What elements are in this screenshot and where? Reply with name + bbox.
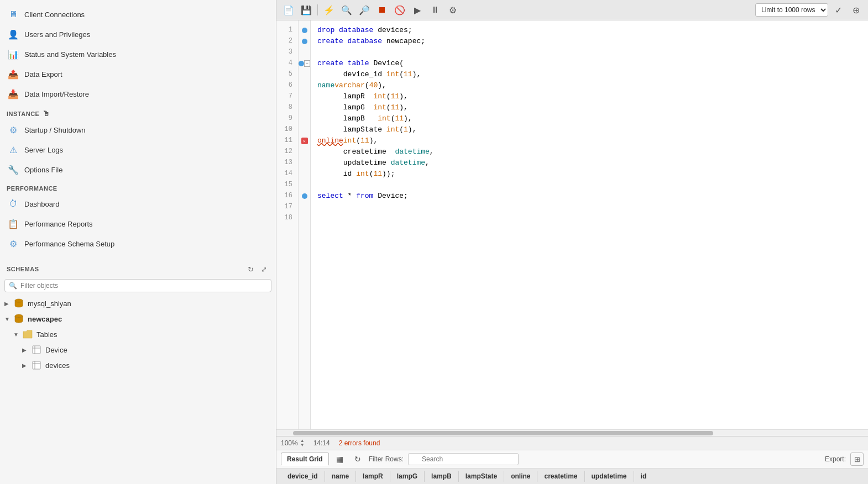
sidebar-item-dashboard[interactable]: ⏱Dashboard [0, 194, 276, 214]
gutter-cell-10 [299, 124, 310, 135]
refresh-schemas-button[interactable]: ↻ [245, 264, 256, 275]
filter-rows-label: Filter Rows: [369, 455, 404, 463]
result-grid-icon-button[interactable]: ▦ [333, 453, 347, 466]
h-scroll-thumb[interactable] [293, 431, 713, 435]
code-line-11: online int(11), [317, 135, 861, 146]
search-wrapper: 🔍 [408, 453, 519, 465]
search-replace-button[interactable]: 🔎 [357, 2, 372, 18]
dot-blue-4 [299, 61, 304, 66]
data-import-restore-label: Data Import/Restore [24, 90, 89, 98]
back-button[interactable]: ▶ [410, 2, 425, 18]
stop-button[interactable]: ⏹ [374, 2, 390, 18]
line-number-18: 18 [279, 213, 296, 224]
sidebar-item-options-file[interactable]: 🔧Options File [0, 160, 276, 180]
col-header-lampG: lampG [390, 471, 425, 482]
line-number-13: 13 [279, 157, 296, 169]
filter-objects-input[interactable] [4, 279, 271, 292]
gutter: − [299, 20, 311, 429]
filter-box: 🔍 [4, 279, 271, 292]
save-button[interactable]: 💾 [299, 2, 314, 18]
result-search-input[interactable] [408, 453, 519, 465]
svg-point-1 [15, 314, 23, 318]
zoom-arrows[interactable]: ▲▼ [300, 439, 305, 448]
schemas-title: SCHEMAS [7, 266, 39, 272]
result-columns: device_idnamelampRlampGlampBlampStateonl… [276, 468, 868, 484]
code-line-8: lampG int(11), [317, 102, 861, 113]
gutter-cell-4: − [299, 58, 310, 69]
code-editor: 123456789101112131415161718 − drop datab… [276, 20, 868, 429]
code-line-18 [317, 213, 861, 224]
sidebar-item-data-import-restore[interactable]: 📥Data Import/Restore [0, 84, 276, 104]
horizontal-scrollbar[interactable] [276, 429, 868, 436]
db-icon-newcapec [13, 313, 24, 324]
svg-point-0 [15, 299, 23, 302]
status-and-system-variables-label: Status and System Variables [24, 50, 116, 59]
instance-section-header: INSTANCE 🖱 [0, 104, 276, 120]
sidebar-item-client-connections[interactable]: 🖥Client Connections [0, 4, 276, 24]
result-grid-tab[interactable]: Result Grid [281, 453, 329, 466]
forward-button[interactable]: ⏸ [427, 2, 443, 18]
line-number-14: 14 [279, 169, 296, 180]
dot-red-11 [301, 138, 308, 144]
dot-blue-1 [302, 28, 307, 33]
toolbar-separator [317, 4, 318, 15]
gutter-cell-3 [299, 47, 310, 58]
col-header-updatetime: updatetime [585, 471, 634, 482]
line-number-1: 1 [279, 25, 296, 36]
export-button[interactable]: ⊞ [850, 453, 864, 466]
fold-icon-4[interactable]: − [304, 60, 311, 67]
sidebar-item-performance-reports[interactable]: 📋Performance Reports [0, 214, 276, 234]
limit-toggle-button[interactable]: ✓ [830, 2, 846, 18]
line-number-16: 16 [279, 191, 296, 202]
new-query-button[interactable]: 📄 [281, 2, 296, 18]
code-line-7: lampR int(11), [317, 91, 861, 102]
dashboard-icon: ⏱ [7, 197, 20, 211]
status-zoom: 100% ▲▼ [281, 439, 305, 448]
gutter-cell-14 [299, 169, 310, 180]
schema-tree: ▶ mysql_shiyan▼ newcapec▼ [0, 296, 276, 484]
sidebar-item-performance-schema-setup[interactable]: ⚙Performance Schema Setup [0, 234, 276, 254]
line-number-2: 2 [279, 36, 296, 47]
schema-group-tables[interactable]: ▼ Tables [0, 327, 276, 342]
svg-rect-5 [33, 361, 40, 369]
explain-button[interactable]: 🔍 [339, 2, 354, 18]
code-line-17 [317, 202, 861, 213]
code-line-10: lampState int(1), [317, 124, 861, 135]
table-item-devices[interactable]: ▶ devices [0, 357, 276, 373]
line-number-17: 17 [279, 202, 296, 213]
extra-button[interactable]: ⊕ [848, 2, 864, 18]
sidebar-item-startup-shutdown[interactable]: ⚙Startup / Shutdown [0, 120, 276, 140]
performance-schema-setup-icon: ⚙ [7, 237, 20, 250]
sidebar-item-status-and-system-variables[interactable]: 📊Status and System Variables [0, 44, 276, 64]
sidebar: 🖥Client Connections👤Users and Privileges… [0, 0, 276, 484]
gutter-cell-5 [299, 69, 310, 80]
execute-button[interactable]: ⚡ [321, 2, 337, 18]
code-content[interactable]: drop database devices; create database n… [311, 20, 868, 429]
performance-reports-icon: 📋 [7, 217, 20, 230]
result-toolbar: Result Grid ▦ ↻ Filter Rows: 🔍 Export: ⊞ [276, 450, 868, 468]
commit-button[interactable]: 🚫 [392, 2, 407, 18]
dot-blue-2 [302, 39, 307, 44]
code-line-5: device_id int(11), [317, 69, 861, 80]
users-and-privileges-label: Users and Privileges [24, 30, 90, 39]
status-and-system-variables-icon: 📊 [7, 48, 20, 61]
limit-select[interactable]: Limit to 1000 rows [755, 3, 828, 17]
schema-item-mysql_shiyan[interactable]: ▶ mysql_shiyan [0, 296, 276, 311]
server-logs-label: Server Logs [24, 146, 63, 154]
server-logs-icon: ⚠ [7, 143, 20, 156]
sidebar-item-server-logs[interactable]: ⚠Server Logs [0, 140, 276, 160]
line-number-15: 15 [279, 180, 296, 191]
options-file-label: Options File [24, 166, 62, 174]
client-connections-icon: 🖥 [7, 8, 20, 21]
code-line-14: id int(11)); [317, 169, 861, 180]
sidebar-item-data-export[interactable]: 📤Data Export [0, 64, 276, 84]
sidebar-item-users-and-privileges[interactable]: 👤Users and Privileges [0, 24, 276, 44]
performance-section-header: PERFORMANCE [0, 180, 276, 194]
schema-item-newcapec[interactable]: ▼ newcapec [0, 311, 276, 327]
table-item-device[interactable]: ▶ Device [0, 342, 276, 357]
result-panel: Result Grid ▦ ↻ Filter Rows: 🔍 Export: ⊞… [276, 450, 868, 484]
settings-button[interactable]: ⚙ [445, 2, 461, 18]
svg-rect-2 [33, 346, 40, 354]
result-refresh-button[interactable]: ↻ [351, 453, 364, 466]
expand-schemas-button[interactable]: ⤢ [258, 264, 269, 275]
